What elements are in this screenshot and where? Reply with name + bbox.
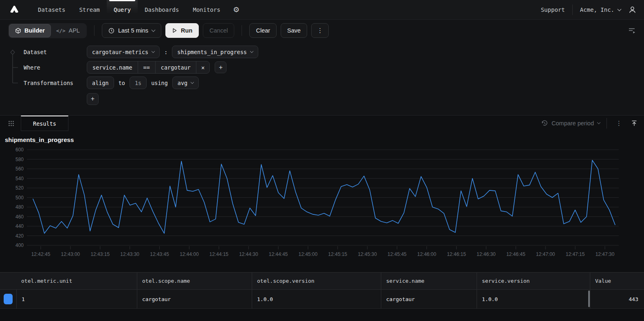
builder-mode-button[interactable]: Builder bbox=[9, 24, 51, 37]
nav-item-stream[interactable]: Stream bbox=[72, 0, 107, 20]
table-header-row: otel.metric.unit otel.scope.name otel.sc… bbox=[0, 272, 644, 290]
time-range-picker[interactable]: Last 5 mins bbox=[102, 23, 161, 38]
svg-text:12:44:15: 12:44:15 bbox=[209, 251, 229, 257]
mode-switcher: Builder </> APL bbox=[8, 23, 87, 38]
axiom-logo[interactable] bbox=[7, 3, 21, 17]
top-nav: Datasets Stream Query Dashboards Monitor… bbox=[0, 0, 644, 20]
nav-item-label: Stream bbox=[79, 7, 100, 13]
where-value[interactable]: cargotaur bbox=[156, 61, 196, 73]
chevron-down-icon bbox=[191, 80, 194, 83]
svg-text:520: 520 bbox=[15, 185, 24, 191]
drag-handle-icon[interactable] bbox=[7, 119, 16, 128]
code-icon: </> bbox=[56, 28, 66, 34]
table-scrollbar-thumb[interactable] bbox=[588, 290, 590, 307]
table-cell: 1.0.0 bbox=[252, 290, 381, 308]
support-link[interactable]: Support bbox=[541, 7, 565, 13]
cancel-button[interactable]: Cancel bbox=[203, 23, 234, 38]
add-transformation-button[interactable]: + bbox=[87, 93, 99, 105]
using-word: using bbox=[151, 80, 168, 86]
compare-period-dropdown[interactable]: Compare period bbox=[541, 120, 600, 127]
user-avatar-icon[interactable] bbox=[628, 6, 637, 14]
svg-text:480: 480 bbox=[15, 204, 24, 210]
svg-text:12:44:00: 12:44:00 bbox=[180, 251, 199, 257]
metric-select[interactable]: shipments_in_progress bbox=[172, 46, 258, 58]
timeseries-chart[interactable]: 60058056054052050048046044042040012:42:4… bbox=[0, 131, 644, 265]
column-header[interactable]: service.name bbox=[381, 273, 477, 289]
nav-item-datasets[interactable]: Datasets bbox=[31, 0, 72, 20]
svg-text:12:44:45: 12:44:45 bbox=[269, 251, 288, 257]
settings-gear-icon[interactable]: ⚙ bbox=[233, 5, 240, 14]
aggregation-select[interactable]: avg bbox=[172, 76, 199, 89]
more-options-button[interactable]: ⋮ bbox=[311, 23, 329, 38]
tab-results[interactable]: Results bbox=[21, 116, 68, 131]
nav-item-label: Monitors bbox=[193, 7, 220, 13]
close-icon: ✕ bbox=[201, 64, 204, 71]
column-header[interactable]: service.version bbox=[477, 273, 590, 289]
add-filter-button[interactable]: + bbox=[215, 61, 226, 73]
interval-input[interactable]: 1s bbox=[130, 76, 147, 89]
transformations-row-label: Transformations bbox=[24, 80, 87, 86]
query-toolbar: Builder </> APL Last 5 mins Run Cancel C… bbox=[0, 20, 644, 41]
table-row[interactable]: 1 cargotaur 1.0.0 cargotaur 1.0.0 443 bbox=[0, 290, 644, 309]
collapse-up-icon bbox=[631, 120, 637, 127]
chevron-down-icon bbox=[152, 49, 155, 52]
toolbar-divider bbox=[94, 25, 95, 36]
svg-text:12:47:00: 12:47:00 bbox=[536, 251, 555, 257]
chevron-down-icon bbox=[152, 28, 156, 32]
clear-button-label: Clear bbox=[256, 27, 270, 34]
apl-mode-button[interactable]: </> APL bbox=[51, 24, 86, 37]
cancel-button-label: Cancel bbox=[209, 27, 228, 34]
svg-text:12:46:00: 12:46:00 bbox=[417, 251, 436, 257]
interval-value: 1s bbox=[135, 80, 141, 86]
column-header[interactable]: Value bbox=[590, 273, 644, 289]
cube-icon bbox=[15, 28, 21, 34]
svg-text:420: 420 bbox=[15, 233, 24, 239]
nav-items: Datasets Stream Query Dashboards Monitor… bbox=[31, 0, 227, 20]
dataset-select[interactable]: cargotaur-metrics bbox=[87, 46, 160, 58]
query-builder: Dataset cargotaur-metrics : shipments_in… bbox=[0, 41, 644, 115]
svg-text:400: 400 bbox=[15, 242, 24, 248]
org-switcher[interactable]: Acme, Inc. bbox=[580, 7, 621, 13]
svg-text:580: 580 bbox=[15, 157, 24, 162]
series-swatch-cell bbox=[0, 290, 16, 308]
where-operator[interactable]: == bbox=[138, 61, 156, 73]
series-color-swatch bbox=[4, 294, 13, 304]
svg-text:600: 600 bbox=[15, 147, 24, 153]
svg-text:12:45:30: 12:45:30 bbox=[358, 251, 377, 257]
format-options-icon[interactable] bbox=[628, 27, 636, 34]
column-header[interactable]: otel.scope.version bbox=[252, 273, 381, 289]
where-filter-group: service.name == cargotaur ✕ bbox=[87, 61, 210, 74]
nav-item-monitors[interactable]: Monitors bbox=[186, 0, 227, 20]
align-label: align bbox=[92, 80, 109, 86]
svg-text:12:46:15: 12:46:15 bbox=[447, 251, 466, 257]
chevron-down-icon bbox=[618, 7, 622, 11]
results-more-button[interactable]: ⋮ bbox=[613, 120, 624, 127]
remove-filter-button[interactable]: ✕ bbox=[196, 61, 209, 73]
toolbar-divider bbox=[242, 25, 242, 36]
column-header[interactable]: otel.metric.unit bbox=[16, 273, 137, 289]
svg-text:12:44:30: 12:44:30 bbox=[239, 251, 258, 257]
svg-text:12:45:15: 12:45:15 bbox=[328, 251, 347, 257]
where-row-label: Where bbox=[24, 64, 87, 71]
nav-item-label: Datasets bbox=[38, 7, 65, 13]
collapse-panel-button[interactable] bbox=[631, 120, 637, 127]
svg-text:12:47:30: 12:47:30 bbox=[596, 251, 615, 257]
column-header[interactable]: otel.scope.name bbox=[137, 273, 252, 289]
where-field[interactable]: service.name bbox=[87, 61, 138, 73]
svg-text:12:43:45: 12:43:45 bbox=[150, 251, 169, 257]
builder-mode-label: Builder bbox=[24, 27, 45, 34]
dataset-value: cargotaur-metrics bbox=[92, 49, 148, 55]
clear-button[interactable]: Clear bbox=[249, 23, 277, 38]
nav-item-query[interactable]: Query bbox=[107, 0, 138, 20]
run-button[interactable]: Run bbox=[165, 23, 199, 38]
aggregation-value: avg bbox=[178, 80, 187, 86]
nav-item-dashboards[interactable]: Dashboards bbox=[138, 0, 186, 20]
apl-mode-label: APL bbox=[69, 27, 80, 34]
align-transform[interactable]: align bbox=[87, 76, 114, 89]
metric-value: shipments_in_progress bbox=[177, 49, 247, 55]
save-button[interactable]: Save bbox=[281, 23, 307, 38]
add-transformation-row: + bbox=[24, 92, 644, 105]
svg-text:12:46:30: 12:46:30 bbox=[477, 251, 496, 257]
dataset-metric-separator: : bbox=[164, 49, 167, 55]
org-name: Acme, Inc. bbox=[580, 7, 614, 13]
